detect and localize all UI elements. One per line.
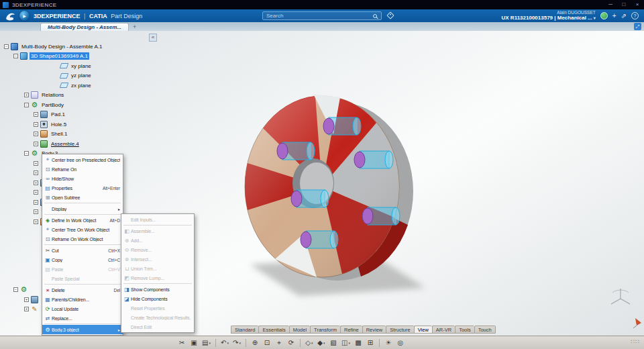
view-orientation-tool[interactable]: ◇▾ xyxy=(304,338,315,348)
tree-expander-icon[interactable]: + xyxy=(34,170,38,175)
menu-item-hide-show[interactable]: ∞Hide/Show xyxy=(42,174,123,183)
toolbar-grip[interactable]: ∷∷ xyxy=(631,338,640,345)
tree-item-pad-1[interactable]: +Pad.1 xyxy=(1,110,104,120)
ribbon-tab-touch[interactable]: Touch xyxy=(474,326,496,334)
wireframe-tool-icon: ▧ xyxy=(330,339,336,346)
add-button[interactable]: + xyxy=(612,13,616,19)
search-icon[interactable] xyxy=(373,14,377,18)
tree-expander-icon[interactable]: + xyxy=(34,190,38,195)
magnifier-tool[interactable]: ◎ xyxy=(395,338,406,348)
tree-expander-icon[interactable]: + xyxy=(34,132,38,136)
tree-expander-icon[interactable]: + xyxy=(34,209,38,214)
hide-show-space-tool-icon: ▩ xyxy=(355,339,361,346)
new-tab-button[interactable]: + xyxy=(133,23,136,31)
menu-item-delete[interactable]: ×DeleteDel xyxy=(42,285,123,295)
tree-expander-icon[interactable]: + xyxy=(34,122,38,127)
submenu-item-show-components[interactable]: ◨Show Components xyxy=(121,285,194,294)
menu-item-define-in-work-object[interactable]: ◈Define In Work ObjectAlt+D xyxy=(42,215,123,225)
render-style-tool[interactable]: ◆▾ xyxy=(316,338,327,348)
view-compass[interactable] xyxy=(611,289,630,304)
tree-expander-icon[interactable]: + xyxy=(34,200,38,205)
menu-item-copy[interactable]: ▣CopyCtrl+C xyxy=(42,255,123,264)
ribbon-tab-essentials[interactable]: Essentials xyxy=(258,326,288,334)
tree-expander-icon[interactable]: + xyxy=(34,112,38,117)
menu-item-properties[interactable]: ▤PropertiesAlt+Enter xyxy=(42,183,123,193)
menu-item-center-tree-on-preselected-objects[interactable]: ⌖Center tree on Preselected Objects xyxy=(42,155,123,164)
user-block[interactable]: Alain DUGOUSSET UX R1132100013579 | Mech… xyxy=(502,11,596,21)
tree-item-shell-1[interactable]: +Shell.1 xyxy=(1,130,104,140)
tree-expander-icon[interactable]: + xyxy=(24,307,29,311)
tree-expander-icon[interactable]: + xyxy=(34,142,38,146)
close-button[interactable]: × xyxy=(631,0,644,9)
tree-item-3d-shape01369349-a-1[interactable]: −3D Shape01369349 A.1 xyxy=(1,52,104,62)
tree-expander-icon[interactable]: + xyxy=(24,297,29,302)
tree-expander-icon[interactable]: − xyxy=(13,287,18,292)
ribbon-tab-refine[interactable]: Refine xyxy=(340,326,362,334)
menu-item-cut[interactable]: ✂CutCtrl+X xyxy=(42,246,123,255)
3ds-logo-icon xyxy=(4,11,16,21)
tree-item-assemble-4[interactable]: +Assemble.4 xyxy=(1,139,104,149)
ribbon-tab-tools[interactable]: Tools xyxy=(455,326,474,334)
tree-item-hole-5[interactable]: +Hole.5 xyxy=(1,119,104,130)
ribbon-tab-standard[interactable]: Standard xyxy=(231,326,258,334)
zoom-fit-tool[interactable]: ⊡ xyxy=(262,338,272,348)
submenu-item-hide-components[interactable]: ◪Hide Components xyxy=(121,294,194,303)
tree-expander-icon[interactable]: − xyxy=(24,103,29,107)
paste-tool[interactable]: ▤▾ xyxy=(201,338,212,348)
pan-tool[interactable]: ⌖ xyxy=(274,338,284,348)
tab-multi-body-design[interactable]: Multi-Body Design - Assem... xyxy=(40,23,129,31)
minimize-button[interactable]: ─ xyxy=(604,0,617,9)
redo-button[interactable]: ↷▾ xyxy=(231,338,242,348)
ambience-tool[interactable]: ☀ xyxy=(383,338,394,348)
tree-item-relations[interactable]: +Relations xyxy=(1,91,104,101)
share-icon[interactable]: ⇗ xyxy=(621,13,627,19)
tree-expander-icon[interactable]: − xyxy=(13,54,18,58)
tree-collapse-button[interactable]: « xyxy=(149,34,157,42)
expand-viewport-button[interactable]: ⤢ xyxy=(634,23,641,30)
search-input[interactable] xyxy=(263,13,373,19)
menu-item-local-update[interactable]: ⟳Local Update xyxy=(42,304,123,313)
copy-tool[interactable]: ▣ xyxy=(189,338,199,348)
tree-expander-icon[interactable]: + xyxy=(34,181,38,185)
menu-item-display[interactable]: Display▸ xyxy=(42,204,123,213)
tree-item-xy-plane[interactable]: xy plane xyxy=(1,61,104,71)
menu-item-open-subtree[interactable]: ⊞Open Subtree xyxy=(42,193,123,202)
tree-expander-icon[interactable]: − xyxy=(4,44,9,49)
ribbon-tab-model[interactable]: Model xyxy=(289,326,310,334)
maximize-button[interactable]: □ xyxy=(617,0,631,9)
tree-item-zx-plane[interactable]: zx plane xyxy=(1,81,104,91)
tag-icon[interactable] xyxy=(386,11,394,19)
tree-expander-icon[interactable]: + xyxy=(34,219,38,224)
cut-tool[interactable]: ✂ xyxy=(176,338,187,348)
screen-capture-tool[interactable]: ⊞ xyxy=(365,338,376,348)
search-box[interactable] xyxy=(262,11,382,20)
help-button[interactable]: ? xyxy=(631,12,639,19)
tree-item-yz-plane[interactable]: yz plane xyxy=(1,71,104,81)
undo-button[interactable]: ↶▾ xyxy=(219,338,230,348)
avatar[interactable] xyxy=(600,12,608,19)
ribbon-tab-review[interactable]: Review xyxy=(362,326,386,334)
menu-item-reframe-on-work-object[interactable]: ⊡Reframe On Work Object xyxy=(42,234,123,244)
tree-expander-icon[interactable]: + xyxy=(34,161,38,166)
tree-expander-icon[interactable]: − xyxy=(24,151,29,156)
tree-item-partbody[interactable]: −⚙PartBody xyxy=(1,100,104,110)
ribbon-tab-transform[interactable]: Transform xyxy=(310,326,340,334)
ribbon-tab-structure[interactable]: Structure xyxy=(386,326,413,334)
tree-item-label: yz plane xyxy=(70,72,93,79)
wireframe-tool[interactable]: ▧ xyxy=(328,338,339,348)
tree-item-multi-body-design-assemble-a-1[interactable]: −Multi-Body Design - Assemble A.1 xyxy=(1,42,104,52)
hide-show-space-tool[interactable]: ▩ xyxy=(353,338,364,348)
ribbon-tab-view[interactable]: View xyxy=(414,326,432,334)
3dcompass-button[interactable]: ▶ xyxy=(19,11,30,21)
zoom-in-tool[interactable]: ⊕ xyxy=(250,338,260,348)
menu-item-parents-children[interactable]: ▦Parents/Children... xyxy=(42,295,123,304)
menu-item-center-tree-on-work-object[interactable]: ⌖Center Tree On Work Object xyxy=(42,225,123,234)
tree-expander-icon[interactable]: + xyxy=(24,93,29,97)
menu-item-reframe-on[interactable]: ⊡Reframe On xyxy=(42,164,123,174)
rotate-tool[interactable]: ⟳ xyxy=(286,338,297,348)
workspace-selector[interactable]: UX R1132100013579 | Mechanical ...▾ xyxy=(502,15,596,21)
menu-item-replace[interactable]: ⇄Replace... xyxy=(42,313,123,323)
ribbon-tab-ar-vr[interactable]: AR-VR xyxy=(432,326,455,334)
section-tool[interactable]: ◫▾ xyxy=(340,338,352,348)
menu-item-body-3-object[interactable]: ⚙Body.3 object▸ xyxy=(42,325,123,334)
